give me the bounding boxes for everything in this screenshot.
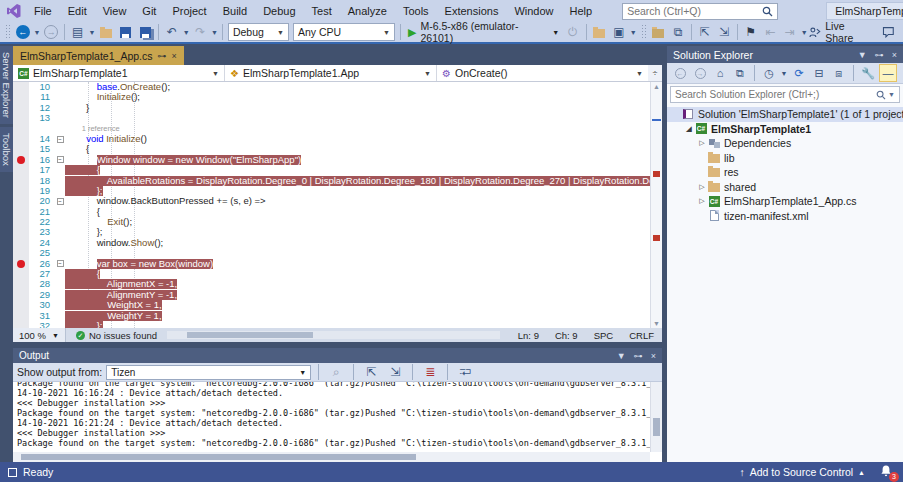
switch-views-icon[interactable]: ⧉	[731, 64, 749, 82]
hscroll-thumb[interactable]	[187, 332, 313, 338]
pending-changes-filter-icon[interactable]: ◷	[760, 64, 778, 82]
quick-search-box[interactable]	[622, 3, 778, 20]
scroll-down-icon[interactable]: ▼	[651, 320, 662, 327]
breakpoint-margin[interactable]	[13, 82, 29, 92]
expander-icon[interactable]: ▷	[697, 183, 707, 191]
prev-bookmark-button[interactable]: ⇤	[761, 22, 781, 42]
bookmark-button[interactable]: ⚑	[741, 22, 761, 42]
scroll-up-icon[interactable]: ▲	[651, 83, 662, 90]
tizen-certificate-button[interactable]: ⧉	[668, 22, 688, 42]
breakpoint-margin[interactable]	[13, 279, 29, 289]
breakpoint-margin[interactable]	[13, 134, 29, 144]
save-button[interactable]	[116, 22, 136, 42]
add-to-source-control-button[interactable]: ↑ Add to Source Control ▲	[740, 466, 866, 478]
breakpoint-margin[interactable]	[13, 207, 29, 217]
output-horizontal-scrollbar[interactable]	[13, 452, 650, 462]
solution-explorer-title-bar[interactable]: Solution Explorer ▼ ⊶ ×	[667, 46, 903, 63]
menu-view[interactable]: View	[95, 0, 135, 22]
tree-item[interactable]: ◢C#ElmSharpTemplate1	[667, 122, 903, 137]
breakpoint-margin[interactable]	[13, 186, 29, 196]
undo-button[interactable]: ↶	[162, 22, 182, 42]
toolbar-overflow[interactable]: ▼	[800, 22, 809, 42]
navigate-back-dropdown[interactable]: ▼	[33, 22, 42, 42]
filter-dropdown[interactable]: ▼	[780, 64, 788, 82]
navigate-back-button[interactable]: ←	[13, 22, 33, 42]
pin-tab-icon[interactable]: ⊶	[158, 51, 167, 61]
background-tasks-icon[interactable]	[8, 468, 17, 477]
breakpoint-margin[interactable]	[13, 113, 29, 123]
expander-icon[interactable]: ▷	[697, 139, 707, 147]
code-editor[interactable]: 10 base.OnCreate();11 Initialize();12 }1…	[13, 82, 662, 328]
breakpoint-margin[interactable]	[13, 259, 29, 269]
tizen-emulator-button[interactable]	[649, 22, 669, 42]
solution-search-input[interactable]	[675, 89, 876, 100]
deploy-button[interactable]: ⇲	[714, 22, 734, 42]
solution-search-box[interactable]: ▼	[670, 86, 900, 103]
toolbar-grip[interactable]	[641, 24, 646, 40]
breakpoint-margin[interactable]	[13, 290, 29, 300]
output-vertical-scrollbar[interactable]	[650, 382, 662, 452]
toolbar-grip[interactable]	[5, 24, 10, 40]
breakpoint-dot[interactable]	[17, 156, 25, 164]
sidebar-tab-server-explorer[interactable]: Server Explorer	[0, 46, 13, 124]
close-icon[interactable]: ×	[651, 351, 656, 361]
redo-dropdown[interactable]: ▼	[210, 22, 219, 42]
expander-icon[interactable]: ▷	[697, 197, 707, 205]
open-folder-button[interactable]	[96, 22, 116, 42]
clear-all-button[interactable]: ≣	[420, 362, 440, 382]
breakpoint-margin[interactable]	[13, 321, 29, 328]
tree-item[interactable]: ▷C#ElmSharpTemplate1_App.cs	[667, 194, 903, 209]
preview-selected-items-toggle[interactable]: —	[879, 64, 897, 82]
new-project-button[interactable]: ▤	[68, 22, 88, 42]
find-message-button[interactable]: ⌕	[326, 362, 346, 382]
tab-elmsharptemplate1-app-cs[interactable]: ElmSharpTemplate1_App.cs ⊶ ×	[13, 46, 184, 65]
pin-icon[interactable]: ⊶	[875, 50, 884, 60]
tree-item[interactable]: tizen-manifest.xml	[667, 209, 903, 224]
tree-item[interactable]: Solution 'ElmSharpTemplate1' (1 of 1 pro…	[667, 107, 903, 122]
search-options-dropdown[interactable]: ▼	[888, 91, 895, 98]
tree-item[interactable]: ▷Dependencies	[667, 136, 903, 151]
tree-item[interactable]: ▷shared	[667, 180, 903, 195]
feedback-icon[interactable]	[882, 26, 895, 38]
collapse-all-icon[interactable]: ⊟	[810, 64, 828, 82]
hscroll-thumb[interactable]	[21, 454, 416, 460]
fold-collapse-icon[interactable]: −	[57, 198, 64, 205]
word-wrap-button[interactable]: ⮒	[455, 362, 475, 382]
refresh-icon[interactable]: ⟳	[790, 64, 808, 82]
save-all-button[interactable]	[136, 22, 156, 42]
project-dropdown[interactable]: C# ElmSharpTemplate1 ▼	[13, 65, 225, 81]
output-source-combo[interactable]: Tizen▼	[106, 365, 311, 380]
back-icon[interactable]: ←	[671, 64, 689, 82]
menu-build[interactable]: Build	[215, 0, 255, 22]
eol-indicator[interactable]: CRLF	[621, 330, 662, 341]
redo-button[interactable]: ↷	[191, 22, 211, 42]
line-indicator[interactable]: Ln: 9	[510, 330, 547, 341]
codelens-row[interactable]: 1 reference	[13, 124, 650, 134]
undo-dropdown[interactable]: ▼	[182, 22, 191, 42]
device-manager-button[interactable]: ▣	[609, 22, 629, 42]
search-input[interactable]	[627, 5, 762, 17]
menu-analyze[interactable]: Analyze	[340, 0, 395, 22]
menu-window[interactable]: Window	[506, 0, 561, 22]
next-message-button[interactable]: ⇲	[385, 362, 405, 382]
menu-debug[interactable]: Debug	[255, 0, 303, 22]
vscroll-thumb[interactable]	[653, 418, 660, 436]
navigate-forward-button[interactable]: →	[41, 22, 61, 42]
fold-collapse-icon[interactable]: −	[57, 136, 64, 143]
member-dropdown[interactable]: ⚙ OnCreate() ▼	[437, 65, 648, 81]
attach-button[interactable]: ⇱	[695, 22, 715, 42]
breakpoint-margin[interactable]	[13, 92, 29, 102]
type-dropdown[interactable]: ❖ ElmSharpTemplate1.App ▼	[225, 65, 437, 81]
split-editor-handle[interactable]: ÷	[648, 65, 662, 81]
breakpoint-margin[interactable]	[13, 196, 29, 206]
close-tab-icon[interactable]: ×	[172, 51, 177, 61]
breakpoint-margin[interactable]	[13, 217, 29, 227]
new-project-dropdown[interactable]: ▼	[88, 22, 97, 42]
configuration-combo[interactable]: Debug▼	[228, 23, 289, 41]
menu-git[interactable]: Git	[134, 0, 164, 22]
live-share-button[interactable]: Live Share	[809, 20, 875, 44]
menu-edit[interactable]: Edit	[60, 0, 95, 22]
next-bookmark-button[interactable]: ⇥	[780, 22, 800, 42]
pin-icon[interactable]: ⊶	[634, 351, 643, 361]
home-icon[interactable]: ⌂	[711, 64, 729, 82]
